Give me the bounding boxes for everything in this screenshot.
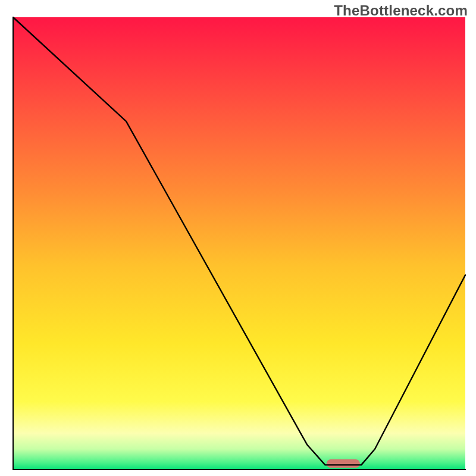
gradient-background xyxy=(13,17,465,469)
optimum-marker xyxy=(327,459,360,468)
chart-svg xyxy=(12,17,466,470)
chart-container: TheBottleneck.com xyxy=(0,0,476,476)
plot-area xyxy=(12,17,466,470)
